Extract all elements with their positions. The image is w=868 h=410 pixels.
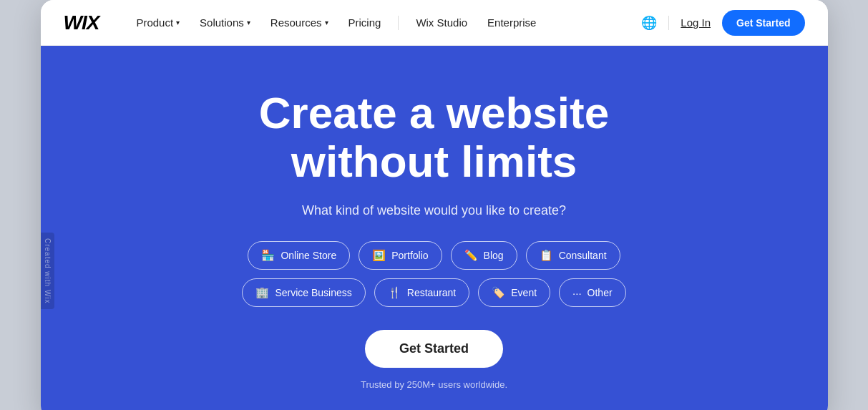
globe-icon[interactable]: 🌐 <box>641 15 657 31</box>
type-online-store[interactable]: 🏪 Online Store <box>248 241 350 270</box>
nav-product-label: Product <box>136 16 173 29</box>
nav-pricing-label: Pricing <box>348 16 381 29</box>
chevron-down-icon: ▾ <box>325 19 328 26</box>
nav-wix-studio[interactable]: Wix Studio <box>407 11 476 34</box>
service-icon: 🏢 <box>255 286 269 299</box>
device-frame: WIX Product ▾ Solutions ▾ Resources ▾ Pr… <box>41 0 828 410</box>
wix-logo[interactable]: WIX <box>64 11 99 34</box>
other-icon: ··· <box>572 287 582 299</box>
nav-enterprise[interactable]: Enterprise <box>479 11 545 34</box>
nav-links: Product ▾ Solutions ▾ Resources ▾ Pricin… <box>127 11 641 34</box>
hero-get-started-button[interactable]: Get Started <box>365 330 503 368</box>
navbar: WIX Product ▾ Solutions ▾ Resources ▾ Pr… <box>41 0 828 46</box>
blog-icon: ✏️ <box>464 249 478 262</box>
trusted-text: Trusted by 250M+ users worldwide. <box>361 379 507 390</box>
type-event-label: Event <box>511 287 537 298</box>
type-online-store-label: Online Store <box>281 250 336 261</box>
type-blog-label: Blog <box>484 250 504 261</box>
type-portfolio[interactable]: 🖼️ Portfolio <box>359 241 442 270</box>
side-label: Created with Wix <box>41 233 54 310</box>
website-type-buttons: 🏪 Online Store 🖼️ Portfolio ✏️ Blog 📋 Co… <box>242 241 625 307</box>
navbar-right: 🌐 Log In Get Started <box>641 10 804 36</box>
hero-section: Created with Wix Create a website withou… <box>41 46 828 410</box>
consultant-icon: 📋 <box>540 249 553 262</box>
type-portfolio-label: Portfolio <box>391 250 428 261</box>
event-icon: 🏷️ <box>492 286 505 299</box>
nav-solutions[interactable]: Solutions ▾ <box>191 11 259 34</box>
type-service-business-label: Service Business <box>275 287 351 298</box>
type-event[interactable]: 🏷️ Event <box>478 278 550 307</box>
type-blog[interactable]: ✏️ Blog <box>451 241 517 270</box>
chevron-down-icon: ▾ <box>247 19 250 26</box>
type-consultant[interactable]: 📋 Consultant <box>526 241 620 270</box>
restaurant-icon: 🍴 <box>388 286 401 299</box>
nav-get-started-button[interactable]: Get Started <box>722 10 804 36</box>
chevron-down-icon: ▾ <box>176 19 180 26</box>
nav-resources[interactable]: Resources ▾ <box>262 11 337 34</box>
website-type-row-1: 🏪 Online Store 🖼️ Portfolio ✏️ Blog 📋 Co… <box>248 241 620 270</box>
hero-title: Create a website without limits <box>259 89 609 186</box>
website-type-row-2: 🏢 Service Business 🍴 Restaurant 🏷️ Event… <box>242 278 625 307</box>
type-restaurant-label: Restaurant <box>407 287 456 298</box>
nav-solutions-label: Solutions <box>200 16 244 29</box>
type-service-business[interactable]: 🏢 Service Business <box>242 278 365 307</box>
nav-resources-label: Resources <box>270 16 322 29</box>
type-other[interactable]: ··· Other <box>559 278 626 307</box>
nav-product[interactable]: Product ▾ <box>127 11 188 34</box>
hero-subtitle: What kind of website would you like to c… <box>302 203 566 218</box>
nav-wix-studio-label: Wix Studio <box>416 16 467 29</box>
store-icon: 🏪 <box>261 249 275 262</box>
type-restaurant[interactable]: 🍴 Restaurant <box>374 278 469 307</box>
nav-pricing[interactable]: Pricing <box>340 11 390 34</box>
type-other-label: Other <box>587 287 613 298</box>
type-consultant-label: Consultant <box>559 250 607 261</box>
nav-divider <box>398 16 399 30</box>
nav-enterprise-label: Enterprise <box>487 16 536 29</box>
nav-right-divider <box>668 16 669 30</box>
login-button[interactable]: Log In <box>681 16 711 29</box>
portfolio-icon: 🖼️ <box>372 249 386 262</box>
